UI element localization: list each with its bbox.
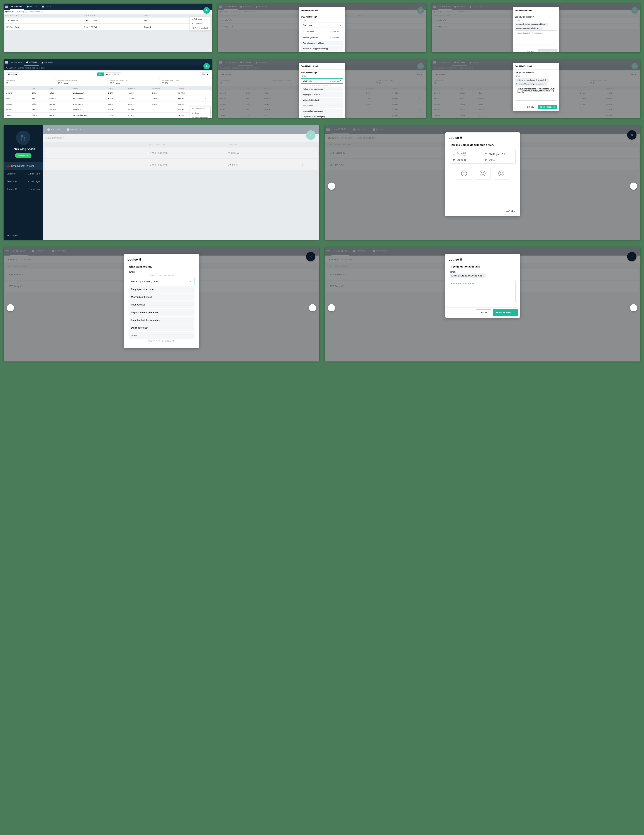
sidebar-driver-item[interactable]: Louise H12 min ago bbox=[3, 170, 43, 177]
subtab-justdel[interactable]: Just delivered1 bbox=[29, 11, 43, 13]
tab-receipts[interactable]: 🧾RECEIPTS bbox=[40, 3, 55, 10]
order-row[interactable]: 987 Berry Circle9 Min (4:40 PM)Jennie S bbox=[5, 24, 211, 30]
add-order-fab[interactable]: + bbox=[203, 7, 210, 14]
row-actions-icon[interactable] bbox=[201, 97, 210, 100]
tab-history[interactable]: 🕑HISTORY bbox=[24, 59, 39, 65]
ctx-location[interactable]: 📍Location bbox=[190, 21, 210, 26]
history-row[interactable]: 20449496/9/16Chuck P14 Smith St2:31PM2:4… bbox=[4, 107, 212, 112]
logout-button[interactable]: ↪Log out bbox=[7, 234, 19, 237]
search-icon: 🔍 bbox=[6, 67, 8, 69]
rate-neutral[interactable] bbox=[475, 167, 491, 180]
rate-opt[interactable]: Poor conduct bbox=[129, 301, 195, 308]
driver-opt[interactable]: Mishandled the food bbox=[301, 98, 343, 102]
send-feedback-button[interactable]: SEND FEEDBACK bbox=[493, 309, 518, 316]
sidebar-rate-drivers[interactable]: 🚗Rate Recent Drivers bbox=[3, 162, 43, 170]
filter-day[interactable]: Day bbox=[97, 73, 104, 76]
ctx-reload[interactable]: ↻Re-order bbox=[190, 111, 210, 115]
back-button[interactable]: ‹BACK bbox=[515, 75, 557, 77]
group-tech-issue[interactable]: Technological issue1 SELECTED ⌃ bbox=[301, 35, 343, 40]
details-textarea[interactable] bbox=[515, 31, 557, 45]
remove-chip-icon[interactable]: × bbox=[545, 23, 546, 25]
svg-point-8 bbox=[500, 172, 501, 173]
cancel-button[interactable]: CANCEL bbox=[503, 208, 518, 214]
sidebar-driver-item[interactable]: Jeremy R1 hour ago bbox=[3, 185, 43, 193]
prev-arrow[interactable]: ← bbox=[328, 182, 335, 190]
search-bar[interactable]: 🔍Search for an order number, address or … bbox=[3, 65, 213, 70]
group-driver-issue[interactable]: Driver issue1 SELECTED ⌃ bbox=[301, 78, 343, 84]
add-order-fab[interactable]: + bbox=[203, 63, 210, 70]
opt-wrong-location[interactable]: Wrong location for address bbox=[301, 41, 343, 45]
svg-point-7 bbox=[498, 171, 504, 176]
row-actions-icon[interactable] bbox=[201, 92, 210, 94]
back-button[interactable]: ‹BACK bbox=[129, 271, 195, 273]
subtab-onway[interactable]: On its way1 bbox=[16, 11, 27, 13]
driver-opt[interactable]: Forgot part of an order bbox=[301, 92, 343, 97]
remove-chip-icon[interactable]: × bbox=[547, 79, 547, 81]
tag-chip: Repeatedly delivering to wrong address× bbox=[515, 23, 548, 26]
driver-opt[interactable]: Poor conduct bbox=[301, 103, 343, 108]
context-menu: 👁View in detail↻Re-order💬Submit feedback bbox=[190, 106, 211, 118]
rate-opt[interactable]: Inappropriate appearance bbox=[129, 309, 195, 316]
remove-chip-icon[interactable]: × bbox=[545, 83, 546, 85]
tab-orders[interactable]: 🛍ORDERS bbox=[10, 3, 24, 10]
prev-arrow[interactable]: ← bbox=[7, 304, 14, 311]
modal-driver-name: Louise H bbox=[445, 132, 520, 143]
history-row[interactable]: 20451025/9/16Walter B387 Domenica St3:21… bbox=[4, 96, 212, 101]
history-row[interactable]: 20451476/9/16Julie K101 Odessa Way3:49PM… bbox=[4, 90, 212, 96]
screen-rate-driver: 🛍ORDERS🕑HISTORY🧾RECEIPTS Queue2On its wa… bbox=[325, 125, 641, 240]
tab-receipts[interactable]: 🧾RECEIPTS bbox=[39, 59, 55, 65]
history-row[interactable]: 20450386/9/16Jenny J176 E Main St3:01PM3… bbox=[4, 101, 212, 107]
filter-month[interactable]: Month bbox=[112, 73, 122, 76]
driver-opt[interactable]: Inappropriate appearance bbox=[301, 109, 343, 114]
send-feedback-button[interactable]: SEND FEEDBACK bbox=[538, 49, 557, 52]
ctx-edit-order[interactable]: ✎Edit order bbox=[190, 17, 210, 21]
back-button[interactable]: ‹BACK bbox=[301, 19, 343, 21]
tab-orders[interactable]: 🛍ORDERS bbox=[10, 59, 24, 65]
rate-opt[interactable]: Picked up the wrong order✓ bbox=[129, 278, 195, 285]
prev-arrow[interactable]: ← bbox=[328, 304, 335, 311]
menu-icon[interactable] bbox=[5, 5, 8, 8]
group-zoomer-issue[interactable]: Zoomer issue1 SELECTED ⌄ bbox=[301, 29, 343, 34]
next-arrow[interactable]: → bbox=[309, 304, 316, 311]
filter-all-orders[interactable]: All orders ▾ bbox=[6, 73, 19, 76]
rate-happy[interactable] bbox=[493, 167, 509, 180]
back-button[interactable]: ‹BACK bbox=[450, 271, 516, 273]
group-driver-issue[interactable]: Driver issue⌄ bbox=[301, 23, 343, 28]
order-row[interactable]: 310 Haines St4 Min (4:35 PM)Wes... ✎Edit… bbox=[5, 18, 211, 23]
filter-week[interactable]: Week bbox=[104, 73, 112, 76]
rate-opt[interactable]: Other bbox=[129, 332, 195, 339]
details-textarea[interactable] bbox=[450, 281, 516, 302]
history-row[interactable]: 20448866/9/16Lee S3425 Toledo Terrac...2… bbox=[4, 112, 212, 118]
ctx-eye[interactable]: 👁View in detail bbox=[190, 106, 210, 111]
filter-today[interactable]: Today ▾ bbox=[200, 73, 210, 76]
context-menu: ✎Edit order 📍Location 💬Submit feedback bbox=[190, 17, 210, 31]
details-textarea[interactable] bbox=[515, 86, 557, 101]
rate-opt[interactable]: Didn't have cash bbox=[129, 324, 195, 331]
remove-chip-icon[interactable]: × bbox=[540, 27, 541, 29]
driver-opt[interactable]: Forgot or had the wrong bag bbox=[301, 114, 343, 118]
driver-opt[interactable]: Picked up the wrong order bbox=[301, 87, 343, 91]
remove-chip-icon[interactable]: × bbox=[483, 275, 485, 277]
opt-addr-missing[interactable]: Address won't appear in the app bbox=[301, 46, 343, 51]
cancel-button[interactable]: CANCEL bbox=[525, 105, 537, 109]
ctx-submit-feedback[interactable]: 💬Submit feedback bbox=[190, 26, 210, 31]
menu-icon[interactable] bbox=[5, 61, 8, 64]
sidebar-driver-item[interactable]: Francis W41 min ago bbox=[3, 177, 43, 185]
rate-opt[interactable]: Mishandled the food bbox=[129, 294, 195, 301]
cancel-button[interactable]: CANCEL bbox=[476, 309, 491, 316]
rate-opt[interactable]: Forgot or had the wrong bag bbox=[129, 317, 195, 323]
tab-history[interactable]: 🕑HISTORY bbox=[25, 3, 39, 10]
cancel-button[interactable]: CANCEL bbox=[525, 49, 537, 52]
send-feedback-button[interactable]: SEND FEEDBACK bbox=[538, 105, 557, 109]
back-button[interactable]: ‹BACK bbox=[301, 75, 343, 77]
subtab-queue[interactable]: Queue2 bbox=[5, 11, 14, 13]
opt-wrong-addr[interactable]: Wrong address entered bbox=[301, 52, 343, 52]
row-actions-icon[interactable] bbox=[201, 103, 210, 105]
rate-opt[interactable]: Forgot part of an order bbox=[129, 286, 195, 293]
status-open-toggle[interactable]: OPEN✔ bbox=[15, 153, 31, 158]
next-arrow[interactable]: → bbox=[630, 182, 637, 190]
next-arrow[interactable]: → bbox=[630, 304, 637, 311]
back-button[interactable]: ‹BACK bbox=[515, 19, 557, 21]
rate-sad[interactable] bbox=[456, 167, 472, 180]
ctx-chat[interactable]: 💬Submit feedback bbox=[190, 115, 210, 118]
